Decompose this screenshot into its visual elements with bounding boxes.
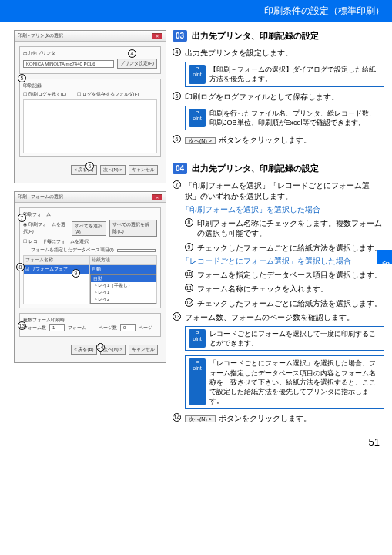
cancel-button[interactable]: キャンセル bbox=[129, 345, 158, 355]
marker: 13 bbox=[173, 312, 181, 321]
db-item-label: フォームを指定したデータベース項目(I) bbox=[31, 247, 114, 254]
marker-9: 9 bbox=[72, 269, 80, 278]
dialog-titlebar: 印刷 - フォームの選択 × bbox=[15, 192, 166, 203]
table-row[interactable]: ☑ リフォームフェア自動 bbox=[24, 265, 157, 274]
dialog-title: 印刷 - プリンタの選択 bbox=[18, 32, 63, 39]
dropdown-item[interactable]: トレイ1 bbox=[91, 289, 156, 296]
step-text: チェックしたフォームごとに給紙方法を選択します。 bbox=[197, 243, 384, 253]
point-icon: Point bbox=[189, 65, 206, 83]
group-label: 出力先プリンタ bbox=[23, 50, 157, 57]
printer-properties-button[interactable]: プリンタ設定(P) bbox=[117, 59, 157, 69]
dialog-titlebar: 印刷 - プリンタの選択 × bbox=[15, 31, 166, 42]
marker-8: 8 bbox=[16, 263, 25, 271]
point-text: 「レコードごとにフォーム選択」を選択した場合、フォーム指定したデータベース項目の… bbox=[209, 358, 380, 405]
dropdown-item[interactable]: トレイ2 bbox=[91, 296, 156, 303]
sub-head: 「印刷フォームを選択」を選択した場合 bbox=[182, 205, 384, 215]
point-box: Point レコードごとにフォームを選択して一度に印刷することができます。 bbox=[185, 326, 384, 351]
form-table: フォーム名称給紙方法 ☑ リフォームフェア自動 自動 トレイ1（手差し） トレイ… bbox=[23, 255, 157, 304]
sub-head: 「レコードごとにフォーム選択」を選択した場合 bbox=[182, 257, 384, 267]
th-feed: 給紙方法 bbox=[90, 256, 157, 265]
db-item-combo[interactable] bbox=[117, 249, 156, 252]
left-column: 4 5 6 印刷 - プリンタの選択 × 出力先プリンタ KONICA MINO… bbox=[14, 30, 166, 427]
close-icon[interactable]: × bbox=[152, 33, 162, 39]
dialog-printer-select: 4 5 6 印刷 - プリンタの選択 × 出力先プリンタ KONICA MINO… bbox=[14, 30, 166, 183]
page-header: 印刷条件の設定（標準印刷） bbox=[0, 0, 392, 22]
section-title: 出力先プリンタ、印刷記録の設定 bbox=[192, 163, 319, 174]
step-text: 次へ(N) >ボタンをクリックします。 bbox=[185, 135, 384, 145]
marker: 7 bbox=[173, 180, 181, 189]
right-column: 03 出力先プリンタ、印刷記録の設定 4出力先プリンタを設定します。 Point… bbox=[173, 30, 384, 427]
section-04-head: 04 出力先プリンタ、印刷記録の設定 bbox=[173, 163, 384, 174]
group-label: 複数フォーム印刷時 bbox=[23, 317, 157, 324]
point-icon: Point bbox=[189, 358, 206, 405]
step-text: 印刷フォーム名称にチェックをします。複数フォームの選択も可能です。 bbox=[197, 218, 384, 239]
point-box: Point 印刷を行ったファイル名、プリンタ、総レコード数、印刷JOB単位、印刷… bbox=[185, 106, 384, 130]
marker: 6 bbox=[173, 135, 181, 143]
marker-6: 6 bbox=[85, 162, 94, 170]
group-label: 印刷記録 bbox=[23, 82, 157, 89]
label: フォーム数 bbox=[23, 325, 46, 331]
point-text: レコードごとにフォームを選択して一度に印刷することができます。 bbox=[209, 329, 380, 348]
section-num: 03 bbox=[173, 30, 187, 42]
marker: 9 bbox=[185, 243, 193, 251]
close-icon[interactable]: × bbox=[152, 194, 162, 200]
marker-13: 13 bbox=[18, 321, 26, 330]
step-text: 印刷ログをログファイルとして保存します。 bbox=[185, 92, 384, 102]
label: ページ bbox=[139, 325, 152, 331]
back-button[interactable]: < 戻る(B) bbox=[71, 345, 96, 355]
marker: 11 bbox=[185, 284, 193, 292]
step-text: フォーム数、フォームのページ数を確認します。 bbox=[185, 312, 384, 322]
marker: 14 bbox=[173, 413, 181, 422]
point-box: Point 【印刷－フォームの選択】ダイアログで設定した給紙方法を優先します。 bbox=[185, 62, 384, 86]
point-text: 【印刷－フォームの選択】ダイアログで設定した給紙方法を優先します。 bbox=[209, 65, 380, 83]
point-text: 印刷を行ったファイル名、プリンタ、総レコード数、印刷JOB単位、印刷順がExce… bbox=[209, 109, 380, 127]
check-label[interactable]: ☐ ログを保存するフォルダ(F) bbox=[77, 91, 139, 98]
content-area: 4 5 6 印刷 - プリンタの選択 × 出力先プリンタ KONICA MINO… bbox=[0, 22, 392, 432]
side-tab: 印刷 bbox=[377, 250, 392, 264]
form-count: 1 bbox=[49, 324, 65, 331]
marker-5: 5 bbox=[18, 74, 26, 82]
marker-4: 4 bbox=[128, 49, 136, 58]
label: フォーム bbox=[68, 325, 86, 331]
marker: 8 bbox=[185, 218, 193, 227]
check-label[interactable]: ☐ 印刷ログを残す(L) bbox=[23, 91, 66, 98]
step-text: フォームを指定したデータベース項目を選択します。 bbox=[197, 270, 384, 280]
marker: 10 bbox=[185, 270, 193, 278]
th-form-name: フォーム名称 bbox=[24, 256, 90, 265]
label: ページ数 bbox=[99, 325, 117, 331]
feed-dropdown[interactable]: 自動 トレイ1（手差し） トレイ1 トレイ2 bbox=[90, 274, 156, 304]
marker: 12 bbox=[185, 298, 193, 307]
step-text: 「印刷フォームを選択」「レコードごとにフォーム選択」のいずれかを選択します。 bbox=[185, 180, 384, 201]
step-text: チェックしたフォームごとに給紙方法を選択します。 bbox=[197, 298, 384, 308]
step-text: 出力先プリンタを設定します。 bbox=[185, 48, 384, 58]
section-num: 04 bbox=[173, 163, 187, 174]
printer-combo[interactable]: KONICA MINOLTA mc7440 PCL6 bbox=[23, 60, 114, 68]
table-row: 自動 トレイ1（手差し） トレイ1 トレイ2 bbox=[24, 274, 157, 304]
check-per-record[interactable]: ☐ レコード毎にフォームを選択 bbox=[23, 238, 89, 245]
deselect-all-button[interactable]: すべての選択を解除(C) bbox=[109, 220, 157, 237]
marker-7: 7 bbox=[18, 214, 26, 222]
radio-select-forms[interactable]: ◉ 印刷フォームを選択(F) bbox=[23, 221, 69, 235]
marker: 5 bbox=[173, 92, 181, 100]
log-path-box bbox=[23, 99, 157, 153]
point-box: Point 「レコードごとにフォーム選択」を選択した場合、フォーム指定したデータ… bbox=[185, 355, 384, 409]
dialog-form-select: 7 8 9 13 14 印刷 - フォームの選択 × 印刷フォーム ◉ 印刷フォ… bbox=[14, 191, 166, 363]
marker-14: 14 bbox=[96, 343, 105, 352]
inline-next-button: 次へ(N) > bbox=[185, 415, 216, 422]
dialog-title: 印刷 - フォームの選択 bbox=[18, 193, 63, 200]
step-text: 次へ(N) >ボタンをクリックします。 bbox=[185, 413, 384, 423]
step-text: フォーム名称にチェックを入れます。 bbox=[197, 284, 384, 294]
dropdown-item[interactable]: 自動 bbox=[91, 275, 156, 282]
cancel-button[interactable]: キャンセル bbox=[129, 165, 158, 175]
section-title: 出力先プリンタ、印刷記録の設定 bbox=[192, 30, 319, 42]
section-03-head: 03 出力先プリンタ、印刷記録の設定 bbox=[173, 30, 384, 42]
inline-next-button: 次へ(N) > bbox=[185, 137, 216, 144]
page-number: 51 bbox=[0, 432, 392, 456]
marker: 4 bbox=[173, 48, 181, 56]
select-all-button[interactable]: すべてを選択(A) bbox=[72, 221, 107, 236]
next-button[interactable]: 次へ(N) > bbox=[100, 165, 126, 175]
page-count: 0 bbox=[120, 324, 136, 331]
point-icon: Point bbox=[189, 109, 206, 127]
dropdown-item[interactable]: トレイ1（手差し） bbox=[91, 282, 156, 289]
group-label: 印刷フォーム bbox=[23, 211, 157, 218]
